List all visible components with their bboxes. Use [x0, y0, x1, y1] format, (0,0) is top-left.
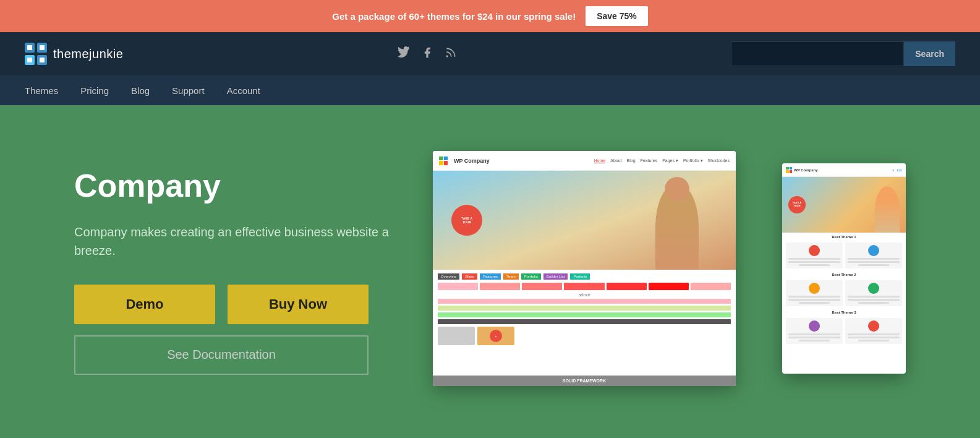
top-banner: Get a package of 60+ themes for $24 in o… [0, 0, 980, 32]
nav-item-account[interactable]: Account [227, 85, 260, 96]
site-logo-text: themejunkie [53, 47, 123, 61]
mockup-hero-image: TAKE ATOUR [433, 171, 736, 270]
buy-now-button[interactable]: Buy Now [228, 285, 369, 324]
mockup-content: Overview Slider Features Team Portfolio … [433, 270, 736, 349]
svg-rect-5 [40, 45, 45, 50]
mini-mockup-header: WP Company ≡ Edit [782, 163, 906, 177]
rss-icon[interactable] [445, 46, 457, 62]
nav-bar: Themes Pricing Blog Support Account [0, 75, 980, 105]
logo-area[interactable]: themejunkie [25, 43, 123, 65]
nav-item-support[interactable]: Support [172, 85, 205, 96]
logo-icon [25, 43, 47, 65]
mockup-logo [439, 157, 448, 165]
banner-text: Get a package of 60+ themes for $24 in o… [332, 11, 576, 22]
social-icons-group [398, 46, 457, 62]
mockup-nav: Home About Blog Features Pages ▾ Portfol… [594, 158, 730, 163]
theme-preview-main: WP Company Home About Blog Features Page… [433, 151, 736, 386]
mockup-site-name: WP Company [454, 158, 490, 164]
hero-image-area: WP Company Home About Blog Features Page… [433, 151, 906, 392]
nav-item-themes[interactable]: Themes [25, 85, 58, 96]
see-documentation-button[interactable]: See Documentation [74, 335, 369, 375]
hero-section: Company Company makes creating an effect… [0, 105, 980, 438]
search-input[interactable] [731, 41, 904, 66]
svg-rect-6 [27, 58, 32, 62]
hero-content: Company Company makes creating an effect… [74, 168, 396, 374]
demo-button[interactable]: Demo [74, 285, 215, 324]
hero-primary-buttons: Demo Buy Now [74, 285, 396, 324]
svg-rect-7 [40, 58, 45, 62]
hero-title: Company [74, 168, 396, 204]
twitter-icon[interactable] [398, 46, 410, 62]
search-area: Search [731, 41, 955, 66]
save-button[interactable]: Save 75% [586, 6, 648, 26]
svg-rect-4 [27, 45, 32, 50]
nav-item-pricing[interactable]: Pricing [80, 85, 109, 96]
mockup-tour-button: TAKE ATOUR [451, 205, 482, 236]
facebook-icon[interactable] [421, 46, 433, 62]
hero-subtitle: Company makes creating an effective busi… [74, 223, 396, 260]
site-header: themejunkie Search [0, 32, 980, 75]
mini-content: Best Theme 1 Best [782, 233, 906, 346]
search-button[interactable]: Search [904, 41, 955, 66]
nav-item-blog[interactable]: Blog [131, 85, 150, 96]
svg-point-8 [446, 56, 448, 57]
theme-preview-mini: WP Company ≡ Edit TAKE ATOUR Best Theme … [782, 163, 906, 374]
mini-hero-image: TAKE ATOUR [782, 177, 906, 233]
